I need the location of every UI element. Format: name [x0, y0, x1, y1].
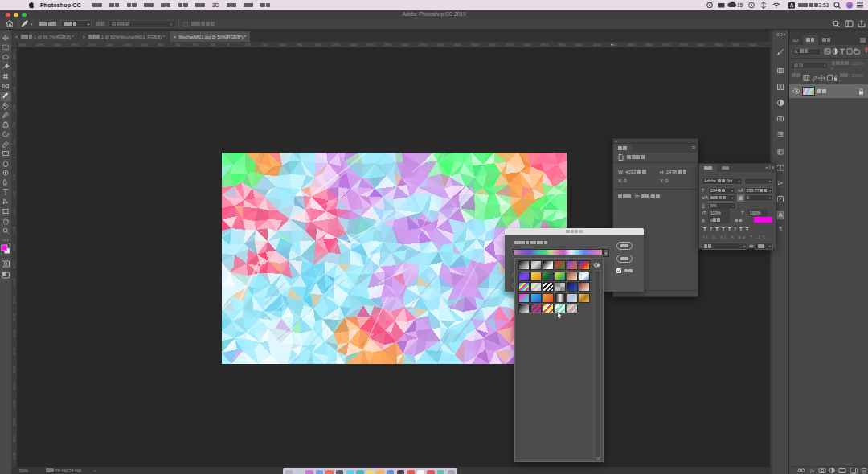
svg-text:¶: ¶: [779, 225, 782, 232]
svg-text:A: A: [790, 2, 794, 8]
svg-text:15: 15: [737, 2, 743, 8]
svg-text:A: A: [779, 212, 783, 218]
svg-text:fx: fx: [810, 468, 815, 474]
